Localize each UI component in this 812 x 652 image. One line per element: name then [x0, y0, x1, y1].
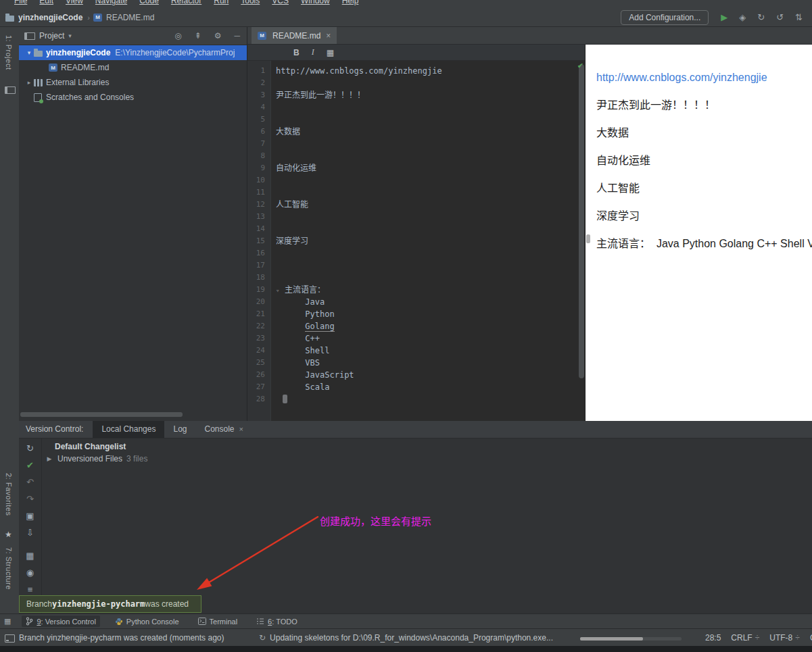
editor-line-3[interactable]: 3尹正杰到此一游！！！！ [247, 89, 585, 101]
locate-file-icon[interactable]: ◎ [174, 31, 181, 41]
toolwindow-button-python-console[interactable]: Python Console [111, 616, 183, 627]
tree-item-readme-md[interactable]: MREADME.md [19, 60, 247, 75]
shelve-icon[interactable]: ↷ [26, 494, 34, 505]
preview-diff-icon[interactable]: ◉ [26, 568, 34, 578]
menu-help[interactable]: Help [336, 0, 365, 6]
menu-code[interactable]: Code [133, 0, 165, 6]
editor-line-13[interactable]: 13 [247, 211, 585, 223]
bold-icon[interactable]: B [293, 48, 300, 57]
editor-line-24[interactable]: 24 Shell [247, 345, 585, 357]
editor-line-8[interactable]: 8 [247, 150, 585, 162]
stripe-favorites-button[interactable]: 2: Favorites [5, 473, 13, 516]
add-configuration-button[interactable]: Add Configuration... [621, 10, 709, 25]
editor-line-26[interactable]: 26 JavaScript [247, 369, 585, 381]
close-icon[interactable]: × [239, 425, 243, 433]
toolwindow-button-terminal[interactable]: Terminal [194, 616, 242, 627]
changelist-row[interactable]: Default Changelist [43, 438, 812, 451]
expander-icon[interactable]: ▸ [24, 79, 34, 86]
show-diff-icon[interactable]: ▣ [26, 511, 34, 522]
menu-vcs[interactable]: VCS [266, 0, 295, 6]
editor-line-21[interactable]: 21 Python [247, 308, 585, 320]
project-panel-title[interactable]: Project [39, 31, 64, 41]
tree-item-scratches-and-consoles[interactable]: Scratches and Consoles [19, 90, 247, 105]
branch-created-notification[interactable]: Branch yinzhengjie-pycharm was created [19, 595, 201, 613]
editor-line-4[interactable]: 4 [247, 101, 585, 114]
chevron-down-icon[interactable]: ▾ [68, 32, 72, 39]
toolwindow-button-todo[interactable]: 6: TODO [252, 616, 302, 627]
expander-icon[interactable]: ▾ [24, 49, 34, 56]
rollback-icon[interactable]: ↶ [26, 477, 34, 488]
refresh-icon[interactable]: ↻ [26, 443, 34, 454]
vcs-update-icon[interactable]: ↻ [757, 12, 765, 22]
editor-line-6[interactable]: 6大数据 [247, 126, 585, 138]
move-to-changelist-icon[interactable]: ⇩ [26, 528, 34, 538]
editor-line-12[interactable]: 12人工智能 [247, 199, 585, 211]
editor-line-7[interactable]: 7 [247, 138, 585, 150]
hide-panel-icon[interactable]: ─ [234, 31, 240, 41]
menu-edit[interactable]: Edit [33, 0, 59, 6]
vc-tab-local-changes[interactable]: Local Changes [93, 421, 164, 438]
fold-marker-icon[interactable]: ▿ [276, 284, 285, 297]
star-icon[interactable]: ★ [5, 530, 12, 539]
caret-position-widget[interactable]: 28:5 [705, 633, 721, 643]
menu-run[interactable]: Run [208, 0, 235, 6]
settings-gear-icon[interactable]: ⚙ [214, 31, 222, 41]
editor-line-10[interactable]: 10 [247, 174, 585, 186]
breadcrumb-project[interactable]: yinzhengjieCode [18, 13, 82, 22]
menu-view[interactable]: View [59, 0, 89, 6]
inspection-ok-icon[interactable]: ✔ [577, 61, 583, 70]
editor-line-25[interactable]: 25 VBS [247, 357, 585, 369]
editor-line-14[interactable]: 14 [247, 223, 585, 235]
editor-line-28[interactable]: 28 [247, 393, 585, 405]
menu-tools[interactable]: Tools [235, 0, 266, 6]
line-separator-widget[interactable]: CRLF÷ [731, 633, 759, 643]
encoding-widget[interactable]: UTF-8÷ [769, 633, 800, 643]
editor[interactable]: 1http://www.cnblogs.com/yinzhengjie23尹正杰… [247, 61, 585, 421]
editor-line-18[interactable]: 18 [247, 272, 585, 284]
vc-tab-console[interactable]: Console× [195, 421, 252, 438]
stripe-project-button[interactable]: 1: Project [5, 35, 13, 70]
collapse-all-icon[interactable]: ⇞ [195, 31, 201, 41]
recent-changes-icon[interactable]: ⇅ [795, 12, 803, 22]
unversioned-files-row[interactable]: ▶ Unversioned Files 3 files [43, 454, 812, 463]
menu-refactor[interactable]: Refactor [165, 0, 208, 6]
editor-line-2[interactable]: 2 [247, 77, 585, 89]
tree-item-yinzhengjiecode[interactable]: ▾yinzhengjieCodeE:\YinzhengjieCode\Pycha… [19, 45, 247, 60]
tool-window-switcher-icon[interactable]: ▦ [4, 617, 11, 626]
run-icon[interactable]: ▶ [721, 12, 727, 22]
breadcrumb-file[interactable]: README.md [106, 13, 154, 22]
editor-tab-readme[interactable]: M README.md × [252, 27, 337, 44]
editor-line-15[interactable]: 15深度学习 [247, 235, 585, 247]
editor-line-17[interactable]: 17 [247, 259, 585, 272]
group-by-icon[interactable]: ▦ [26, 551, 34, 561]
coverage-icon[interactable]: ◈ [739, 12, 746, 22]
editor-line-5[interactable]: 5 [247, 114, 585, 126]
commit-icon[interactable]: ✔ [26, 460, 34, 471]
editor-line-16[interactable]: 16 [247, 247, 585, 259]
italic-icon[interactable]: I [312, 47, 314, 57]
panel-icon[interactable] [5, 86, 16, 94]
table-icon[interactable]: ▦ [327, 48, 334, 57]
stripe-structure-button[interactable]: 7: Structure [5, 547, 13, 590]
editor-line-9[interactable]: 9自动化运维 [247, 162, 585, 174]
editor-line-20[interactable]: 20 Java [247, 296, 585, 308]
expand-details-icon[interactable]: ≡ [28, 584, 33, 595]
editor-line-22[interactable]: 22 Golang [247, 320, 585, 332]
editor-line-23[interactable]: 23 C++ [247, 332, 585, 345]
editor-line-27[interactable]: 27 Scala [247, 381, 585, 393]
event-log-icon[interactable] [5, 634, 15, 643]
editor-scrollbar[interactable] [579, 64, 584, 378]
preview-link[interactable]: http://www.cnblogs.com/yinzhengjie [596, 70, 812, 85]
close-icon[interactable]: × [326, 31, 331, 41]
horizontal-scrollbar[interactable] [20, 412, 183, 417]
menu-navigate[interactable]: Navigate [89, 0, 133, 6]
editor-line-1[interactable]: 1http://www.cnblogs.com/yinzhengjie [247, 65, 585, 77]
editor-line-11[interactable]: 11 [247, 186, 585, 199]
editor-line-19[interactable]: 19▿主流语言： [247, 284, 585, 296]
menu-file[interactable]: File [8, 0, 33, 6]
menu-window[interactable]: Window [295, 0, 336, 6]
tree-item-external-libraries[interactable]: ▸External Libraries [19, 75, 247, 90]
expander-icon[interactable]: ▶ [45, 455, 53, 462]
vc-tab-log[interactable]: Log [164, 421, 195, 438]
vcs-rollback-icon[interactable]: ↺ [776, 12, 784, 22]
